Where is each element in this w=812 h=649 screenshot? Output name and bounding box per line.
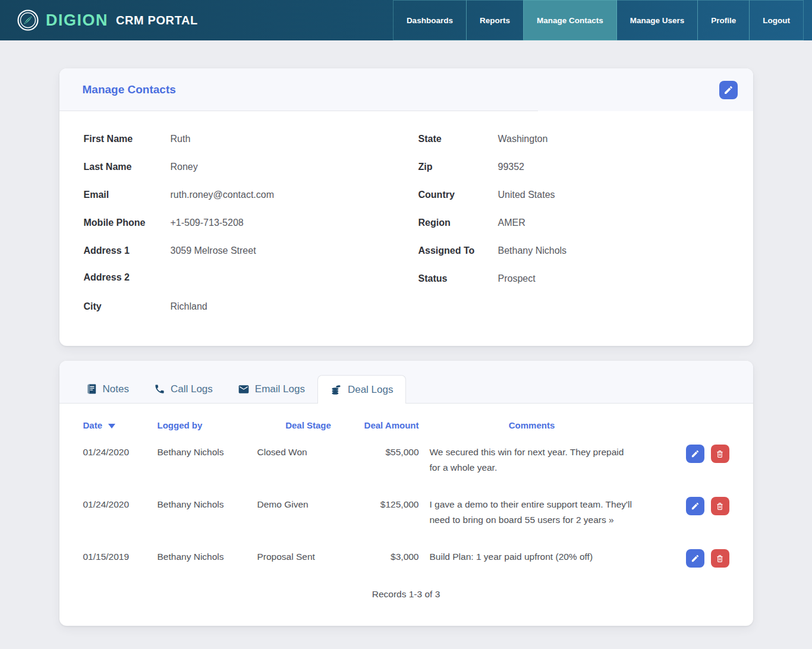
- column-header-logged-by: Logged by: [158, 420, 257, 445]
- column-header-deal-stage: Deal Stage: [257, 420, 360, 445]
- cell-date: 01/15/2019: [83, 549, 158, 589]
- records-count: Records 1-3 of 3: [83, 589, 729, 615]
- field-label: Country: [418, 190, 498, 200]
- page-title: Manage Contacts: [83, 83, 176, 96]
- cell-date: 01/24/2020: [83, 445, 158, 497]
- cell-deal-amount: $55,000: [360, 445, 419, 497]
- field-value: 99352: [498, 160, 729, 172]
- field-label: Mobile Phone: [84, 218, 171, 228]
- field-label: Status: [418, 273, 498, 284]
- tab-label: Call Logs: [171, 383, 213, 395]
- field-label: Last Name: [84, 162, 171, 172]
- field-first-name: First Name Ruth: [84, 133, 395, 160]
- top-navbar: DIGION CRM PORTAL Dashboards Reports Man…: [0, 0, 812, 40]
- contact-card-header: Manage Contacts: [59, 68, 753, 111]
- tab-call-logs[interactable]: Call Logs: [141, 375, 225, 403]
- cell-deal-amount: $3,000: [360, 549, 419, 589]
- field-value: ruth.roney@contact.com: [171, 188, 395, 200]
- nav-item-reports[interactable]: Reports: [466, 0, 524, 40]
- field-last-name: Last Name Roney: [84, 160, 395, 188]
- edit-contact-button[interactable]: [719, 81, 738, 99]
- trash-icon: [715, 554, 725, 563]
- field-value: United States: [498, 188, 729, 200]
- field-value: Richland: [171, 300, 395, 312]
- nav-item-profile[interactable]: Profile: [697, 0, 750, 40]
- field-mobile-phone: Mobile Phone +1-509-713-5208: [84, 216, 395, 244]
- delete-row-button[interactable]: [711, 549, 729, 568]
- field-value: Washington: [498, 133, 729, 144]
- tab-label: Email Logs: [255, 383, 305, 395]
- journal-icon: [86, 383, 97, 395]
- contact-details-left: First Name Ruth Last Name Roney Email ru…: [84, 133, 395, 328]
- cell-deal-stage: Proposal Sent: [257, 549, 360, 589]
- field-email: Email ruth.roney@contact.com: [84, 188, 395, 216]
- field-status: Status Prospect: [418, 272, 729, 300]
- table-row: 01/15/2019 Bethany Nichols Proposal Sent…: [83, 549, 729, 589]
- tab-deal-logs[interactable]: Deal Logs: [317, 375, 407, 404]
- tab-label: Deal Logs: [348, 384, 394, 396]
- cell-comments: We secured this win for next year. They …: [419, 445, 645, 497]
- table-header-row: Date Logged by Deal Stage Deal Amount Co…: [83, 420, 729, 445]
- coins-icon: [331, 384, 342, 396]
- field-label: First Name: [84, 134, 171, 144]
- field-label: Zip: [418, 162, 498, 172]
- field-label: State: [418, 134, 498, 144]
- logs-tabs: Notes Call Logs Email Logs: [59, 361, 753, 404]
- field-label: Address 2: [84, 272, 171, 283]
- compass-icon: [17, 9, 39, 31]
- field-value: [171, 279, 395, 281]
- cell-comments: I gave a demo to their entire support te…: [419, 497, 645, 549]
- nav-item-manage-contacts[interactable]: Manage Contacts: [523, 0, 617, 40]
- field-city: City Richland: [84, 300, 395, 328]
- field-address-1: Address 1 3059 Melrose Street: [84, 244, 395, 272]
- delete-row-button[interactable]: [711, 497, 729, 515]
- nav-item-manage-users[interactable]: Manage Users: [616, 0, 698, 40]
- nav-items: Dashboards Reports Manage Contacts Manag…: [394, 0, 804, 40]
- pencil-icon: [691, 449, 700, 458]
- field-assigned-to: Assigned To Bethany Nichols: [418, 244, 729, 272]
- page-content: Manage Contacts First Name Ruth Last Nam…: [0, 40, 812, 626]
- deal-logs-table: Date Logged by Deal Stage Deal Amount Co…: [83, 420, 729, 589]
- field-region: Region AMER: [418, 216, 729, 244]
- cell-date: 01/24/2020: [83, 497, 158, 549]
- trash-icon: [715, 502, 725, 511]
- edit-row-button[interactable]: [686, 497, 704, 515]
- cell-comments: Build Plan: 1 year paid upfront (20% off…: [419, 549, 645, 589]
- edit-row-button[interactable]: [686, 445, 704, 463]
- field-value: Roney: [171, 160, 395, 172]
- phone-icon: [154, 383, 165, 395]
- app-title: CRM PORTAL: [116, 14, 198, 27]
- tab-label: Notes: [103, 383, 129, 395]
- cell-logged-by: Bethany Nichols: [158, 497, 257, 549]
- brand: DIGION CRM PORTAL: [0, 0, 198, 40]
- delete-row-button[interactable]: [711, 445, 729, 463]
- envelope-icon: [238, 383, 250, 395]
- column-header-date[interactable]: Date: [83, 420, 158, 445]
- column-header-actions: [645, 420, 729, 445]
- nav-item-dashboards[interactable]: Dashboards: [393, 0, 467, 40]
- tab-notes[interactable]: Notes: [74, 375, 141, 403]
- pencil-icon: [723, 85, 734, 95]
- cell-deal-stage: Closed Won: [257, 445, 360, 497]
- field-zip: Zip 99352: [418, 160, 729, 188]
- tab-email-logs[interactable]: Email Logs: [225, 375, 317, 403]
- column-header-deal-amount: Deal Amount: [360, 420, 419, 445]
- table-row: 01/24/2020 Bethany Nichols Demo Given $1…: [83, 497, 729, 549]
- edit-row-button[interactable]: [686, 549, 704, 568]
- field-value: Ruth: [171, 133, 395, 144]
- cell-actions: [645, 445, 729, 497]
- field-label: Assigned To: [418, 245, 498, 256]
- contact-card: Manage Contacts First Name Ruth Last Nam…: [59, 68, 753, 346]
- sort-desc-icon: [108, 424, 115, 429]
- trash-icon: [715, 449, 725, 459]
- pencil-icon: [691, 502, 700, 511]
- logs-card: Notes Call Logs Email Logs: [59, 361, 753, 626]
- field-value: Bethany Nichols: [498, 244, 729, 256]
- cell-logged-by: Bethany Nichols: [158, 549, 257, 589]
- pencil-icon: [691, 554, 700, 563]
- field-value: AMER: [498, 216, 729, 228]
- cell-deal-stage: Demo Given: [257, 497, 360, 549]
- cell-deal-amount: $125,000: [360, 497, 419, 549]
- field-label: Address 1: [84, 245, 171, 256]
- nav-item-logout[interactable]: Logout: [749, 0, 804, 40]
